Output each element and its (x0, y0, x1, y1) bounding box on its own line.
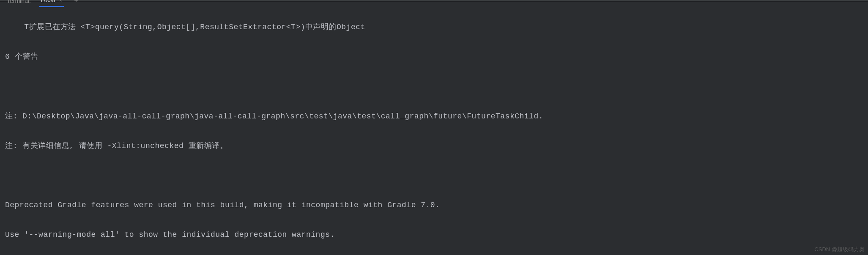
tab-local[interactable]: Local × (39, 0, 64, 7)
add-tab-button[interactable]: + (71, 0, 82, 6)
output-line: Deprecated Gradle features were used in … (5, 198, 863, 213)
output-line: 注: D:\Desktop\Java\java-all-call-graph\j… (5, 109, 863, 124)
output-line: 6 个警告 (5, 49, 863, 64)
output-line (5, 79, 863, 94)
watermark-text: CSDN @超级码力奥 (814, 246, 865, 253)
output-line: Use '--warning-mode all' to show the ind… (5, 228, 863, 242)
output-line: 注: 有关详细信息, 请使用 -Xlint:unchecked 重新编译。 (5, 139, 863, 154)
terminal-tab-label: Terminal: (5, 0, 33, 7)
terminal-output[interactable]: T扩展已在方法 <T>query(String,Object[],ResultS… (0, 2, 868, 255)
close-icon[interactable]: × (59, 0, 62, 3)
output-line (5, 168, 863, 183)
output-line: T扩展已在方法 <T>query(String,Object[],ResultS… (5, 20, 863, 35)
tab-local-label: Local (41, 0, 55, 3)
